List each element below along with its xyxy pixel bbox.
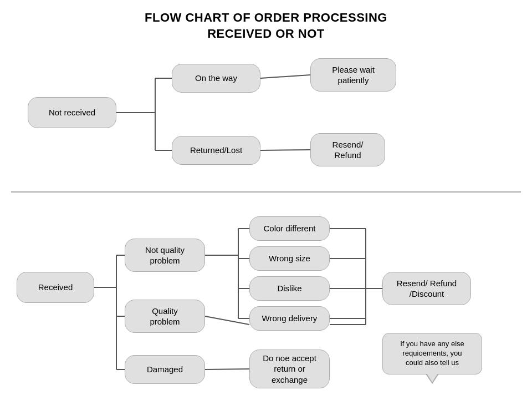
not-quality-node: Not qualityproblem	[125, 239, 205, 272]
please-wait-node: Please waitpatiently	[310, 58, 396, 92]
else-requirements-bubble: If you have any elserequioements, youcou…	[382, 333, 482, 374]
damaged-node: Damaged	[125, 355, 205, 384]
color-diff-node: Color different	[249, 216, 330, 241]
resend-refund-top-node: Resend/Refund	[310, 133, 385, 166]
returned-lost-node: Returned/Lost	[172, 136, 260, 165]
do-not-accept-node: Do noe acceptreturn orexchange	[249, 350, 330, 388]
on-the-way-node: On the way	[172, 64, 260, 93]
resend-refund-disc-node: Resend/ Refund/Discount	[382, 272, 471, 305]
page-title: FLOW CHART OF ORDER PROCESSING RECEIVED …	[0, 0, 532, 42]
flowchart: FLOW CHART OF ORDER PROCESSING RECEIVED …	[0, 0, 532, 405]
wrong-delivery-node: Wrong delivery	[249, 306, 330, 331]
received-node: Received	[17, 272, 94, 303]
section-divider	[11, 191, 521, 193]
quality-problem-node: Qualityproblem	[125, 300, 205, 333]
svg-line-18	[205, 369, 249, 369]
wrong-size-node: Wrong size	[249, 246, 330, 271]
svg-line-4	[260, 75, 310, 78]
svg-line-17	[205, 316, 249, 325]
svg-line-5	[260, 150, 310, 150]
dislike-node: Dislike	[249, 276, 330, 301]
not-received-node: Not received	[28, 97, 116, 128]
